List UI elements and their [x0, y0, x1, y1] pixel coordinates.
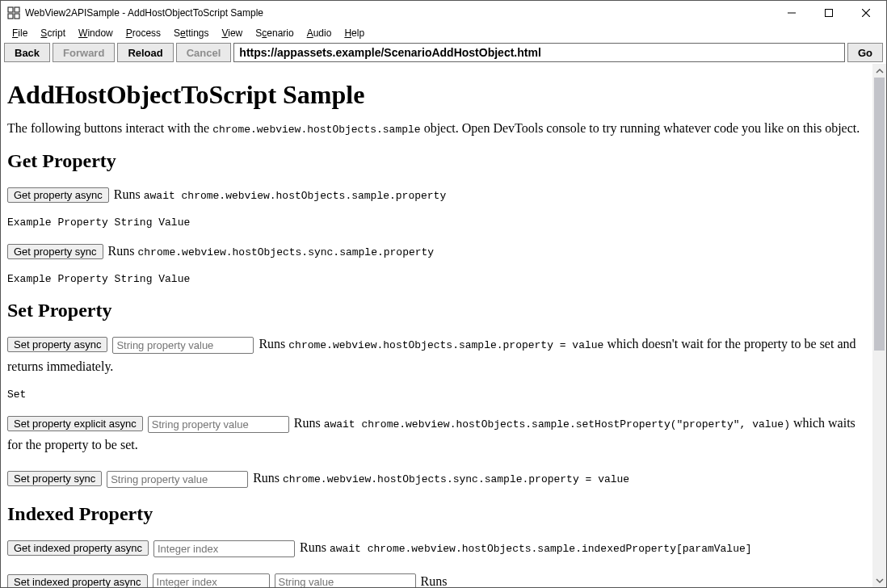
menu-settings[interactable]: Settings: [167, 26, 215, 40]
row-set-property-explicit-async: Set property explicit async Runs await c…: [7, 412, 866, 456]
navigation-toolbar: Back Forward Reload Cancel https://appas…: [1, 41, 886, 64]
svg-rect-0: [8, 7, 13, 12]
set-property-sync-button[interactable]: Set property sync: [7, 471, 102, 486]
set-property-output: Set: [7, 388, 866, 401]
cancel-button[interactable]: Cancel: [176, 43, 232, 62]
back-button[interactable]: Back: [4, 43, 50, 62]
menu-script[interactable]: Script: [34, 26, 72, 40]
menu-view[interactable]: View: [215, 26, 249, 40]
get-property-sync-output: Example Property String Value: [7, 273, 866, 285]
menu-help[interactable]: Help: [338, 26, 371, 40]
page-title: AddHostObjectToScript Sample: [7, 80, 866, 110]
reload-button[interactable]: Reload: [117, 43, 173, 62]
heading-set-property: Set Property: [7, 300, 866, 321]
heading-indexed-property: Indexed Property: [7, 503, 866, 525]
get-indexed-property-async-button[interactable]: Get indexed property async: [7, 540, 149, 556]
set-property-async-button[interactable]: Set property async: [7, 337, 107, 352]
menu-process[interactable]: Process: [120, 26, 167, 40]
set-indexed-property-value-input[interactable]: [275, 573, 416, 587]
set-property-async-input[interactable]: [112, 337, 254, 354]
svg-rect-1: [15, 7, 19, 12]
app-icon: [7, 6, 20, 19]
scroll-down-arrow-icon[interactable]: [872, 573, 886, 587]
menu-file[interactable]: File: [6, 26, 34, 40]
menu-audio[interactable]: Audio: [301, 26, 338, 40]
menu-window[interactable]: Window: [72, 26, 120, 40]
scrollbar-track[interactable]: [872, 78, 886, 573]
set-indexed-property-index-input[interactable]: [153, 573, 270, 587]
window-controls: [773, 1, 885, 25]
set-property-explicit-async-input[interactable]: [148, 416, 289, 433]
svg-rect-5: [826, 10, 833, 17]
set-indexed-property-async-button[interactable]: Set indexed property async: [7, 574, 148, 588]
get-indexed-property-index-input[interactable]: [153, 540, 295, 557]
get-property-sync-button[interactable]: Get property sync: [7, 244, 103, 259]
svg-rect-2: [8, 14, 13, 19]
row-get-indexed-property-async: Get indexed property async Runs await ch…: [7, 536, 866, 558]
get-property-async-output: Example Property String Value: [7, 216, 866, 229]
window-title: WebView2APISample - AddHostObjectToScrip…: [25, 7, 773, 19]
row-set-property-async: Set property async Runs chrome.webview.h…: [7, 333, 866, 376]
close-button[interactable]: [847, 1, 885, 25]
title-bar: WebView2APISample - AddHostObjectToScrip…: [1, 1, 886, 25]
maximize-button[interactable]: [810, 1, 847, 25]
row-get-property-async: Get property async Runs await chrome.web…: [7, 183, 866, 205]
set-property-explicit-async-button[interactable]: Set property explicit async: [7, 416, 143, 431]
row-set-property-sync: Set property sync Runs chrome.webview.ho…: [7, 467, 866, 489]
svg-rect-3: [15, 14, 19, 19]
minimize-button[interactable]: [773, 1, 810, 25]
get-property-async-button[interactable]: Get property async: [7, 187, 109, 203]
address-bar[interactable]: https://appassets.example/ScenarioAddHos…: [233, 43, 845, 62]
menu-scenario[interactable]: Scenario: [249, 26, 300, 40]
scrollbar-thumb[interactable]: [874, 78, 885, 351]
intro-paragraph: The following buttons interact with the …: [7, 121, 866, 136]
row-set-indexed-property-async: Set indexed property async Runs chrome.w…: [7, 570, 866, 588]
vertical-scrollbar[interactable]: [872, 64, 886, 587]
menu-bar: File Script Window Process Settings View…: [1, 25, 886, 41]
scroll-up-arrow-icon[interactable]: [872, 64, 886, 78]
webview-viewport: AddHostObjectToScript Sample The followi…: [1, 64, 886, 587]
heading-get-property: Get Property: [7, 150, 866, 172]
go-button[interactable]: Go: [847, 43, 883, 62]
forward-button[interactable]: Forward: [53, 43, 115, 62]
row-get-property-sync: Get property sync Runs chrome.webview.ho…: [7, 240, 866, 262]
set-property-sync-input[interactable]: [107, 471, 248, 488]
page-content: AddHostObjectToScript Sample The followi…: [1, 64, 872, 587]
